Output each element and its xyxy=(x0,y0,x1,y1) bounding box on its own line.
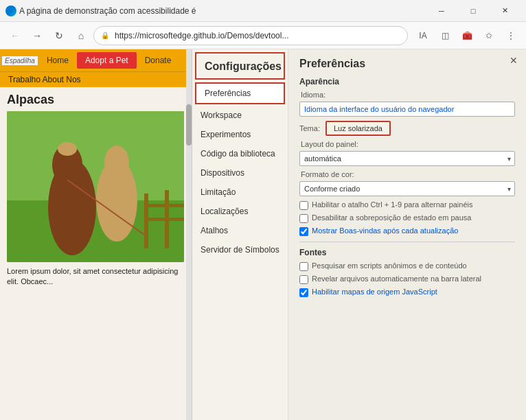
checkbox-welcome: Mostrar Boas-vindas após cada atualizaçã… xyxy=(299,226,515,236)
pause-overlay-checkbox[interactable] xyxy=(299,214,308,223)
settings-item-shortcuts[interactable]: Atalhos xyxy=(192,221,288,240)
webpage-subnav: Trabalho About Nos xyxy=(0,71,192,87)
minimize-button[interactable]: ─ xyxy=(426,0,457,22)
webpage-page-title: Alpacas xyxy=(7,93,185,107)
home-button[interactable]: ⌂ xyxy=(71,26,91,45)
devtools-panel: Configurações Preferências Workspace Exp… xyxy=(192,49,526,420)
section-divider xyxy=(299,242,515,242)
anon-scripts-label: Pesquisar em scripts anônimos e de conte… xyxy=(312,261,467,270)
nav-home[interactable]: Home xyxy=(38,52,77,69)
address-text: https://microsoftedge.github.io/Demos/de… xyxy=(115,31,400,40)
checkbox-pause-overlay: Desabilitar a sobreposição de estado em … xyxy=(299,213,515,223)
color-format-wrapper: Conforme criado xyxy=(299,181,515,196)
theme-row: Tema: Luz solarizada xyxy=(299,121,515,136)
color-format-label: Formato de cor: xyxy=(301,170,515,178)
webpage-scrollbar[interactable] xyxy=(186,49,192,420)
webpage-body-text: Lorem ipsum dolor, sit amet consectetur … xyxy=(7,266,185,288)
settings-item-symbol-server[interactable]: Servidor de Símbolos xyxy=(192,240,288,259)
forward-button[interactable]: → xyxy=(27,26,47,45)
language-input[interactable] xyxy=(299,102,515,117)
settings-sidebar: Configurações Preferências Workspace Exp… xyxy=(192,49,288,420)
auto-reveal-checkbox[interactable] xyxy=(299,275,308,284)
settings-item-workspace[interactable]: Workspace xyxy=(192,106,288,125)
preferences-title: Preferências xyxy=(299,58,515,70)
close-preferences-button[interactable]: ✕ xyxy=(507,54,521,67)
theme-button[interactable]: Luz solarizada xyxy=(325,121,391,136)
address-bar[interactable]: 🔒 https://microsoftedge.github.io/Demos/… xyxy=(93,26,408,45)
browser-icon xyxy=(5,5,16,16)
titlebar: A página de demonstração com acessibilid… xyxy=(0,0,526,22)
back-button[interactable]: ← xyxy=(5,26,25,45)
checkbox-ctrl-shortcut: Habilitar o atalho Ctrl + 1-9 para alter… xyxy=(299,200,515,210)
collections-button[interactable]: ◫ xyxy=(435,26,455,45)
checkbox-source-maps: Habilitar mapas de origem JavaScript xyxy=(299,288,515,297)
webpage-preview: Espadilha Home Adopt a Pet Donate Trabal… xyxy=(0,49,192,420)
scrollbar-thumb[interactable] xyxy=(186,104,192,145)
fonts-section-title: Fontes xyxy=(299,248,515,257)
webpage-image xyxy=(7,111,184,262)
webpage-body: Alpacas xyxy=(0,87,192,293)
source-maps-checkbox[interactable] xyxy=(299,288,308,297)
navbar: ← → ↻ ⌂ 🔒 https://microsoftedge.github.i… xyxy=(0,22,526,49)
lock-icon: 🔒 xyxy=(101,32,109,39)
titlebar-controls: ─ □ ✕ xyxy=(426,0,521,22)
svg-rect-4 xyxy=(108,151,113,166)
settings-item-throttling[interactable]: Limitação xyxy=(192,183,288,202)
nav-adopt[interactable]: Adopt a Pet xyxy=(77,52,137,69)
webpage-navbar: Espadilha Home Adopt a Pet Donate xyxy=(0,49,192,71)
pause-overlay-label: Desabilitar a sobreposição de estado em … xyxy=(312,213,471,222)
panel-layout-label: Layout do painel: xyxy=(301,140,515,148)
close-button[interactable]: ✕ xyxy=(489,0,521,22)
favorites-button[interactable]: ✩ xyxy=(479,26,499,45)
panel-layout-select[interactable]: automática xyxy=(299,151,515,166)
checkbox-anon-scripts: Pesquisar em scripts anônimos e de conte… xyxy=(299,261,515,271)
welcome-label: Mostrar Boas-vindas após cada atualizaçã… xyxy=(312,226,458,235)
nav-right-buttons: IA ◫ 🧰 ✩ ⋮ xyxy=(413,26,521,45)
svg-point-8 xyxy=(58,142,77,156)
settings-header: Configurações xyxy=(195,52,285,80)
nav-donate[interactable]: Donate xyxy=(137,52,180,69)
nav-espadilha-label: Espadilha xyxy=(1,56,38,66)
refresh-button[interactable]: ↻ xyxy=(49,26,69,45)
checkbox-auto-reveal: Revelar arquivos automaticamente na barr… xyxy=(299,275,515,284)
main-content: Espadilha Home Adopt a Pet Donate Trabal… xyxy=(0,49,526,420)
titlebar-title: A página de demonstração com acessibilid… xyxy=(19,6,426,16)
svg-rect-13 xyxy=(144,204,184,207)
preferences-panel: ✕ Preferências Aparência Idioma: Tema: L… xyxy=(288,49,526,420)
language-label: Idioma: xyxy=(301,91,515,99)
color-format-select[interactable]: Conforme criado xyxy=(299,181,515,196)
welcome-checkbox[interactable] xyxy=(299,227,308,236)
appearance-section-title: Aparência xyxy=(299,77,515,86)
settings-item-preferences[interactable]: Preferências xyxy=(195,82,285,104)
settings-item-experiments[interactable]: Experimentos xyxy=(192,125,288,144)
ia-button[interactable]: IA xyxy=(413,26,433,45)
alpaca-illustration xyxy=(7,111,184,262)
settings-item-library-code[interactable]: Código da biblioteca xyxy=(192,144,288,163)
anon-scripts-checkbox[interactable] xyxy=(299,262,308,271)
auto-reveal-label: Revelar arquivos automaticamente na barr… xyxy=(312,275,481,283)
settings-item-devices[interactable]: Dispositivos xyxy=(192,163,288,183)
ctrl-shortcut-label: Habilitar o atalho Ctrl + 1-9 para alter… xyxy=(312,200,473,209)
settings-item-locations[interactable]: Localizações xyxy=(192,202,288,221)
theme-label: Tema: xyxy=(299,124,320,132)
svg-rect-0 xyxy=(7,111,184,200)
maximize-button[interactable]: □ xyxy=(457,0,489,22)
panel-layout-wrapper: automática xyxy=(299,151,515,166)
more-button[interactable]: ⋮ xyxy=(501,26,521,45)
extensions-button[interactable]: 🧰 xyxy=(457,26,477,45)
source-maps-label: Habilitar mapas de origem JavaScript xyxy=(312,288,437,296)
ctrl-shortcut-checkbox[interactable] xyxy=(299,201,308,210)
svg-rect-14 xyxy=(144,218,184,221)
